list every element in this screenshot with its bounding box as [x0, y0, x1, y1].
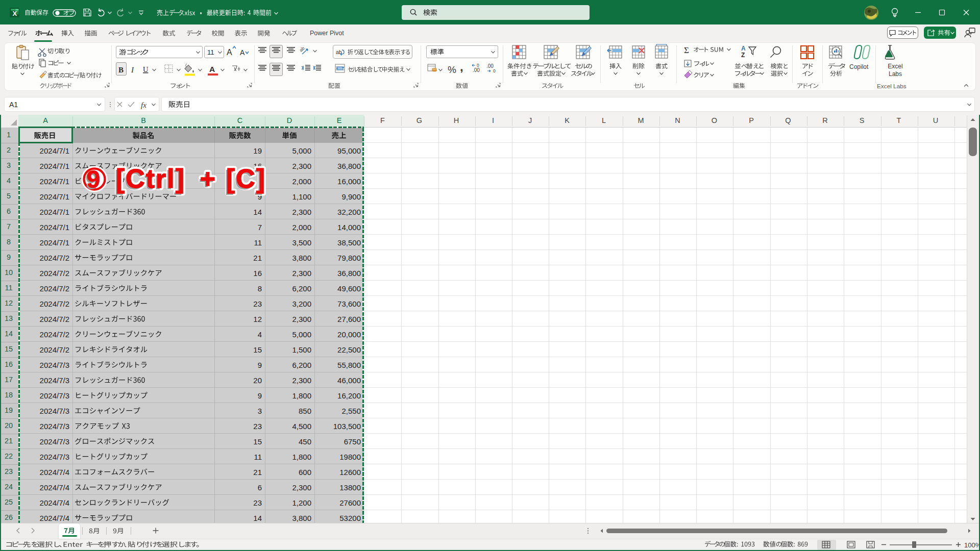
svg-text:+: +: [200, 164, 215, 193]
svg-text:[C]: [C]: [226, 164, 266, 193]
svg-text:9: 9: [87, 166, 101, 193]
svg-text:[Ctrl]: [Ctrl]: [116, 164, 185, 193]
